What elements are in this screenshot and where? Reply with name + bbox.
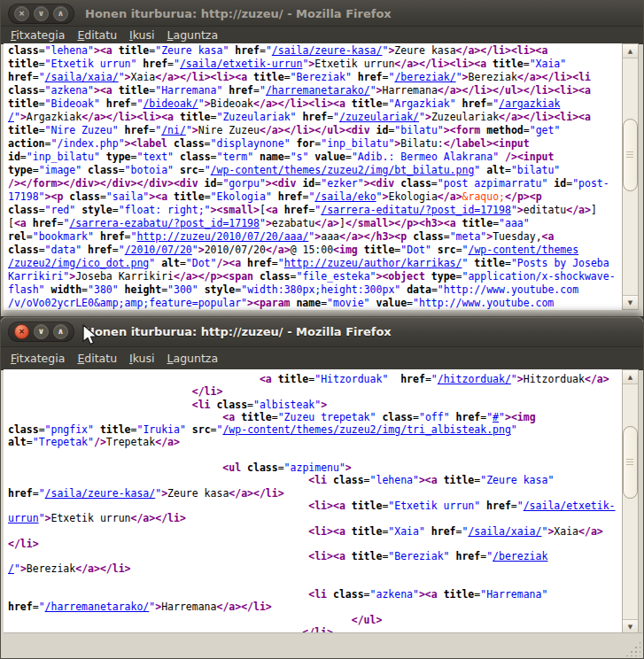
- menu-item-laguntza[interactable]: Laguntza: [161, 28, 225, 42]
- code-an: href: [8, 71, 33, 83]
- code-av: "ezker": [321, 177, 363, 190]
- code-tx: =: [413, 411, 419, 423]
- menu-item-laguntza[interactable]: Laguntza: [161, 352, 225, 365]
- source-link[interactable]: /zuzeulariak/: [339, 111, 419, 123]
- code-an: type: [431, 270, 456, 283]
- source-link[interactable]: /argazkiak: [499, 97, 560, 110]
- source-link[interactable]: /saila/zeure-kasa/: [272, 44, 383, 57]
- scroll-down-button[interactable]: ▼: [623, 619, 638, 633]
- code-tx: [: [8, 217, 14, 229]
- window-controls-top: × ∨ ∧: [8, 4, 74, 24]
- source-link[interactable]: /harremanetarako/: [45, 601, 150, 613]
- code-t: ><small>: [211, 204, 260, 216]
- source-link[interactable]: /saila/xaia/: [468, 525, 541, 538]
- source-link[interactable]: /wp-content/themes: [469, 244, 579, 256]
- close-button[interactable]: ×: [14, 6, 29, 21]
- menu-item-ikusi[interactable]: Ikusi: [123, 28, 160, 42]
- source-line: <li><a title="Etxetik urrun" href="/sail…: [4, 500, 622, 512]
- menu-item-ikusi[interactable]: Ikusi: [123, 352, 160, 365]
- vertical-scrollbar-top[interactable]: ▲ ▼: [622, 43, 639, 310]
- code-tx: =: [39, 84, 45, 97]
- source-link[interactable]: http://zuzeu/2010/07/20/aaa/: [136, 230, 308, 243]
- code-av: "Harremana": [155, 84, 222, 97]
- source-link[interactable]: /bereziak/: [394, 71, 455, 83]
- scrollbar-track[interactable]: [623, 384, 638, 619]
- code-an: id: [302, 177, 314, 190]
- source-line: <li class="lehena"><a title="Zeure kasa": [4, 474, 622, 486]
- minimize-button[interactable]: ∨: [34, 324, 49, 339]
- code-an: href: [88, 244, 113, 256]
- source-link[interactable]: /saila/xaia/: [45, 71, 119, 83]
- code-tx: =: [284, 151, 291, 163]
- scrollbar-track[interactable]: [623, 58, 638, 295]
- code-av: "Ekologia": [211, 190, 272, 203]
- source-link[interactable]: /bereziak: [493, 550, 547, 562]
- titlebar-top[interactable]: × ∨ ∧ Honen iturburua: http://zuzeu/ - M…: [1, 1, 643, 27]
- source-link[interactable]: /wp-content/themes/zuzeu2/img/bt_bilatu.…: [211, 164, 475, 176]
- code-tx: [8, 525, 308, 538]
- code-av: ": [39, 512, 45, 524]
- scroll-up-button[interactable]: ▲: [623, 44, 638, 58]
- code-tx: =: [431, 177, 438, 190]
- code-t: ><a: [94, 44, 113, 57]
- source-link[interactable]: #: [493, 411, 499, 423]
- code-tx: [8, 373, 260, 385]
- source-line: type="image" class="botoia" src="/wp-con…: [4, 164, 622, 177]
- source-link[interactable]: /sarrera-editatu/?post_id=17198: [321, 204, 511, 216]
- minimize-button[interactable]: ∨: [34, 6, 49, 21]
- source-link[interactable]: /harremanetarako/: [266, 84, 370, 97]
- source-link[interactable]: /ni/: [161, 124, 186, 136]
- scroll-down-button[interactable]: ▼: [623, 295, 638, 309]
- source-link[interactable]: /hitzorduak/: [438, 373, 511, 385]
- resize-grip-icon[interactable]: [625, 641, 640, 656]
- scroll-up-button[interactable]: ▲: [623, 370, 638, 384]
- code-tx: [94, 423, 100, 436]
- close-button[interactable]: ×: [14, 324, 29, 339]
- maximize-button[interactable]: ∧: [53, 324, 68, 339]
- code-av: "bookmark": [33, 230, 94, 243]
- source-link[interactable]: /saila/eko: [314, 190, 376, 203]
- source-link[interactable]: urrun: [8, 512, 39, 524]
- code-av: "data": [45, 244, 82, 256]
- code-av: "http://www.youtube.com: [438, 283, 578, 296]
- vertical-scrollbar-bottom[interactable]: ▲ ▼: [622, 369, 639, 634]
- source-link[interactable]: /saila/zeure-kasa/: [45, 487, 156, 500]
- source-line: 17198"><p class="saila"><a title="Ekolog…: [4, 190, 622, 204]
- source-link[interactable]: /: [8, 562, 14, 575]
- code-av: "Irukia": [136, 423, 185, 436]
- code-tx: [167, 190, 174, 203]
- source-link[interactable]: /saila/etxetik-: [524, 500, 616, 512]
- code-tx: Hitzorduak: [524, 373, 585, 385]
- code-tx: Nire Zuzeu: [198, 124, 260, 136]
- scrollbar-thumb[interactable]: [623, 426, 638, 499]
- code-av: "post azpimarratu": [438, 177, 548, 190]
- code-tx: [247, 71, 253, 83]
- viewsource-window-top: × ∨ ∧ Honen iturburua: http://zuzeu/ - M…: [0, 0, 644, 317]
- source-link[interactable]: /sarrera-ezabatu/?post_id=17198: [69, 217, 260, 229]
- source-link[interactable]: /: [8, 111, 14, 123]
- menu-item-fitxategia[interactable]: Fitxategia: [4, 28, 71, 42]
- source-link[interactable]: /2010/07/20: [125, 244, 192, 256]
- source-link[interactable]: /saila/etxetik-urrun: [180, 58, 302, 70]
- scrollbar-thumb[interactable]: [623, 119, 638, 191]
- code-av: ": [517, 500, 524, 512]
- code-tx: =: [364, 588, 370, 601]
- code-an: class: [8, 44, 39, 57]
- code-t: ><param: [247, 297, 290, 309]
- code-tx: =: [211, 151, 217, 163]
- code-t: </a></li></ul></li><li><a: [438, 84, 591, 97]
- menu-item-editatu[interactable]: Editatu: [71, 28, 123, 42]
- titlebar-bottom[interactable]: × ∨ ∧ Honen iturburua: http://zuzeu/ - M…: [1, 317, 643, 347]
- source-link[interactable]: /bideoak/: [143, 97, 198, 110]
- code-av: "Trepetak": [33, 436, 94, 448]
- code-tx: =: [505, 257, 511, 269]
- source-line: </li>: [4, 385, 622, 398]
- source-link[interactable]: http://zuzeu/author/karrikas/: [284, 257, 462, 269]
- menu-item-editatu[interactable]: Editatu: [71, 352, 123, 365]
- source-link[interactable]: /zuzeu2/img/ico_dot.png: [8, 257, 149, 269]
- maximize-button[interactable]: ∧: [53, 6, 68, 21]
- code-tx: [352, 71, 358, 83]
- source-link[interactable]: /wp-content/themes/zuzeu2/img/tri_albist…: [222, 423, 510, 436]
- code-av: "pngfix": [45, 423, 94, 436]
- menu-item-fitxategia[interactable]: Fitxategia: [4, 352, 71, 365]
